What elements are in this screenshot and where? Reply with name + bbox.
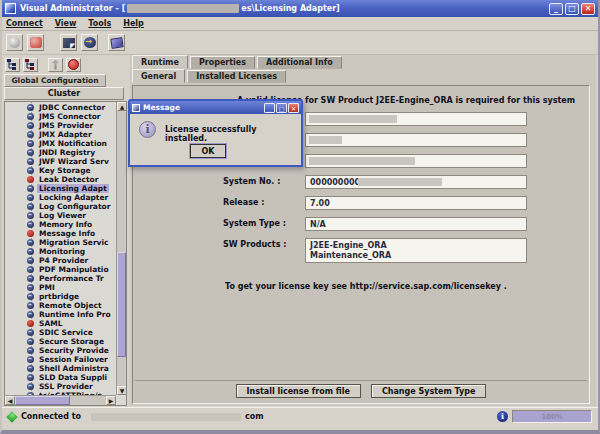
tree-item-label: SSL Provider bbox=[37, 382, 95, 391]
tab-runtime[interactable]: Runtime bbox=[132, 55, 188, 69]
remote-login-button[interactable] bbox=[60, 34, 77, 51]
tree-item-label: Leak Detector bbox=[37, 175, 100, 184]
field-value[interactable]: N/A bbox=[305, 217, 527, 231]
tree-item[interactable]: JMX Adapter bbox=[5, 130, 116, 139]
scroll-down-icon[interactable]: ▼ bbox=[117, 386, 127, 395]
dialog-minimize-button[interactable]: _ bbox=[264, 103, 275, 113]
service-icon bbox=[27, 257, 34, 264]
tree-item[interactable]: Performance Tr bbox=[5, 274, 116, 283]
login-key-button[interactable] bbox=[81, 34, 98, 51]
filter-tree-button[interactable] bbox=[23, 58, 38, 72]
install-license-button[interactable]: Install license from file bbox=[236, 384, 361, 398]
service-icon bbox=[27, 185, 34, 192]
tree-item[interactable]: Log Configurator bbox=[5, 202, 116, 211]
tree-item-label: Log Configurator bbox=[37, 202, 112, 211]
tree-item[interactable]: Key Storage bbox=[5, 166, 116, 175]
menu-bar: Connect View Tools Help bbox=[2, 17, 598, 31]
tree-item[interactable]: Session Failover bbox=[5, 355, 116, 364]
field-value[interactable] bbox=[305, 133, 527, 147]
scroll-right-icon[interactable]: ▶ bbox=[106, 396, 116, 405]
redacted-value bbox=[309, 136, 342, 144]
tree-item-label: Runtime Info Pro bbox=[37, 310, 113, 319]
tree-item[interactable]: Log Viewer bbox=[5, 211, 116, 220]
tree-item[interactable]: SDIC Service bbox=[5, 328, 116, 337]
tree-item[interactable]: Migration Servic bbox=[5, 238, 116, 247]
disconnect-button[interactable] bbox=[27, 34, 44, 51]
tree-item-label: P4 Provider bbox=[37, 256, 90, 265]
redacted-value bbox=[358, 178, 442, 186]
tree-item[interactable]: JNDI Registry bbox=[5, 148, 116, 157]
window-title-suffix: es\Licensing Adapter] bbox=[241, 4, 339, 13]
tab-general[interactable]: General bbox=[132, 69, 185, 83]
tree-item[interactable]: Memory Info bbox=[5, 220, 116, 229]
connect-button[interactable] bbox=[6, 34, 23, 51]
tree-item[interactable]: Monitoring bbox=[5, 247, 116, 256]
tree-item[interactable]: Security Provide bbox=[5, 346, 116, 355]
service-icon bbox=[27, 167, 34, 174]
tree-item[interactable]: Leak Detector bbox=[5, 175, 116, 184]
tree-item[interactable]: Locking Adapter bbox=[5, 193, 116, 202]
field-value[interactable]: 7.00 bbox=[305, 196, 527, 210]
field-value[interactable] bbox=[305, 112, 527, 126]
tree-item[interactable]: SAML bbox=[5, 319, 116, 328]
vertical-scroll-thumb[interactable] bbox=[117, 252, 126, 357]
service-icon bbox=[27, 194, 34, 201]
tree-item[interactable]: JMS Provider bbox=[5, 121, 116, 130]
tree-item[interactable]: Secure Storage bbox=[5, 337, 116, 346]
ok-button[interactable]: OK bbox=[190, 144, 226, 158]
tree-item[interactable]: SLD Data Suppli bbox=[5, 373, 116, 382]
change-system-type-button[interactable]: Change System Type bbox=[371, 384, 487, 398]
service-icon bbox=[27, 203, 34, 210]
tree-item[interactable]: Message Info bbox=[5, 229, 116, 238]
tree-item[interactable]: P4 Provider bbox=[5, 256, 116, 265]
service-icon bbox=[27, 302, 34, 309]
tree-item[interactable]: Licensing Adapt bbox=[5, 184, 116, 193]
tree-item[interactable]: JMS Connector bbox=[5, 112, 116, 121]
tree-item[interactable]: PMI bbox=[5, 283, 116, 292]
service-icon bbox=[27, 122, 34, 129]
tree-item[interactable]: Runtime Info Pro bbox=[5, 310, 116, 319]
cluster-header[interactable]: Cluster bbox=[4, 87, 124, 100]
tree-item[interactable]: PDF Manipulatio bbox=[5, 265, 116, 274]
scroll-left-icon[interactable]: ◀ bbox=[5, 396, 15, 405]
scroll-up-icon[interactable]: ▲ bbox=[117, 102, 127, 111]
tab-additional-info[interactable]: Additional Info bbox=[257, 56, 342, 69]
tab-global-configuration[interactable]: Global Configuration bbox=[4, 74, 106, 87]
menu-tools[interactable]: Tools bbox=[88, 19, 111, 28]
field-value[interactable]: J2EE-Engine_ORA Maintenance_ORA bbox=[305, 238, 527, 263]
minimize-button[interactable]: _ bbox=[549, 3, 563, 15]
menu-connect[interactable]: Connect bbox=[6, 19, 43, 28]
field-value[interactable] bbox=[305, 154, 527, 168]
tree-item-label: Licensing Adapt bbox=[37, 184, 109, 193]
close-button[interactable]: ✕ bbox=[581, 3, 595, 15]
tree-item-label: SLD Data Suppli bbox=[37, 373, 109, 382]
horizontal-scroll-thumb[interactable] bbox=[15, 396, 70, 405]
pin-button[interactable] bbox=[48, 58, 63, 72]
navigation-panel: Global Configuration Cluster JDBC Connec… bbox=[2, 55, 129, 406]
menu-help[interactable]: Help bbox=[123, 19, 144, 28]
tree-item[interactable]: JWF Wizard Serv bbox=[5, 157, 116, 166]
stop-button[interactable] bbox=[66, 58, 81, 72]
tree-item[interactable]: SSL Provider bbox=[5, 382, 116, 391]
tab-properties[interactable]: Properties bbox=[190, 56, 255, 69]
expand-tree-button[interactable] bbox=[5, 58, 20, 72]
tree-horizontal-scrollbar[interactable]: ◀ ▶ bbox=[5, 395, 116, 405]
redacted-value bbox=[309, 115, 397, 123]
dialog-title-bar[interactable]: Message _ □ ✕ bbox=[130, 101, 301, 114]
tree-item[interactable]: Remote Object bbox=[5, 301, 116, 310]
service-error-icon bbox=[27, 176, 34, 183]
tree-item[interactable]: prtbridge bbox=[5, 292, 116, 301]
dialog-title: Message bbox=[143, 103, 180, 112]
tree-vertical-scrollbar[interactable]: ▲ ▼ bbox=[116, 102, 126, 395]
maximize-button[interactable]: □ bbox=[565, 3, 579, 15]
tab-installed-licenses[interactable]: Installed Licenses bbox=[187, 70, 286, 83]
tree-item[interactable]: JMX Notification bbox=[5, 139, 116, 148]
tree-item[interactable]: JDBC Connector bbox=[5, 103, 116, 112]
menu-view[interactable]: View bbox=[55, 19, 77, 28]
dialog-maximize-button[interactable]: □ bbox=[276, 103, 287, 113]
tree-item[interactable]: Shell Administra bbox=[5, 364, 116, 373]
dialog-close-button[interactable]: ✕ bbox=[288, 103, 299, 113]
tree-item-label: JMS Provider bbox=[37, 121, 95, 130]
field-value[interactable]: 000000000 bbox=[305, 175, 527, 189]
help-book-button[interactable] bbox=[108, 34, 125, 51]
